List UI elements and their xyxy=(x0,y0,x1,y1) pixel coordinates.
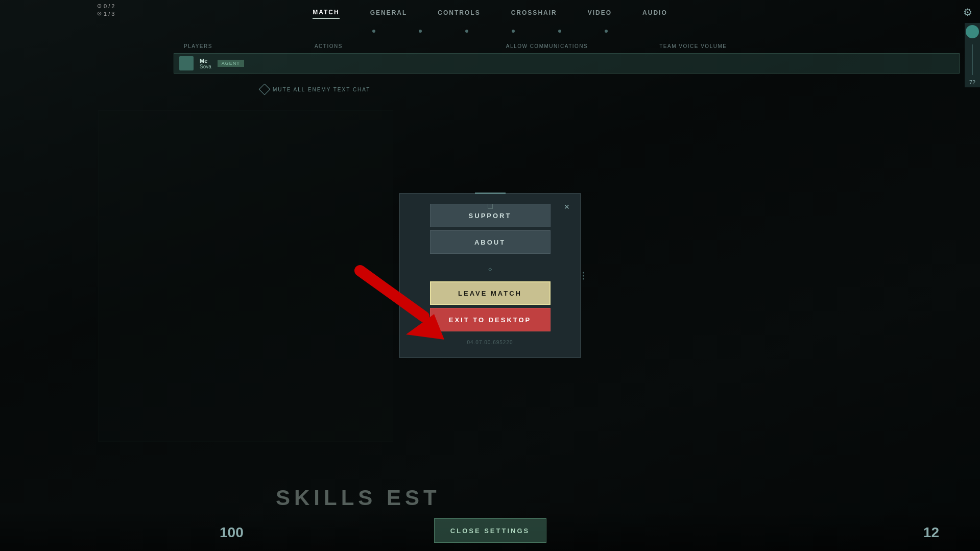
modal-close-button[interactable]: ✕ xyxy=(560,200,574,214)
version-number: 04.07.00.695220 xyxy=(467,340,513,345)
modal-dot-1 xyxy=(583,272,584,273)
close-icon: ✕ xyxy=(564,203,570,210)
modal-dot-3 xyxy=(583,278,584,279)
exit-desktop-button[interactable]: EXIT TO DESKTOP xyxy=(430,308,551,331)
modal-backdrop: ✕ SUPPORT ABOUT ⬦ LEAVE MATCH EXIT TO DE… xyxy=(0,0,980,551)
modal-dots xyxy=(583,272,584,279)
modal-top-strip xyxy=(475,193,506,194)
modal-dot-2 xyxy=(583,275,584,276)
support-button[interactable]: SUPPORT xyxy=(430,204,551,227)
divider-icon: ⬦ xyxy=(488,264,493,273)
about-button[interactable]: ABOUT xyxy=(430,230,551,254)
modal-dialog: ✕ SUPPORT ABOUT ⬦ LEAVE MATCH EXIT TO DE… xyxy=(399,193,581,358)
leave-match-button[interactable]: LEAVE MATCH xyxy=(430,281,551,305)
